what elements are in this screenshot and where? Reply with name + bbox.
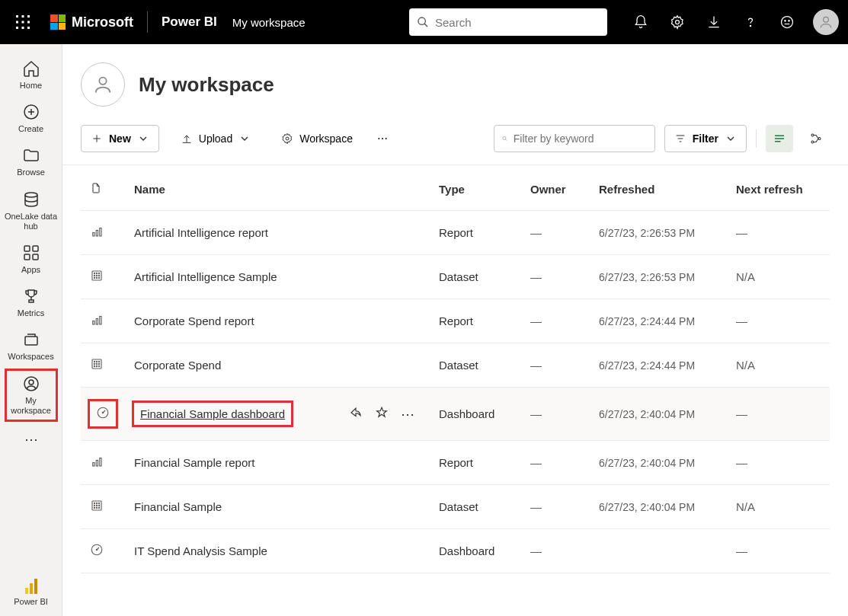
feedback-button[interactable] (772, 7, 802, 37)
filter-icon (674, 132, 686, 145)
svg-point-9 (418, 18, 425, 24)
table-row[interactable]: Financial SampleDataset—6/27/23, 2:40:04… (81, 485, 830, 529)
svg-point-78 (96, 549, 98, 551)
svg-point-58 (98, 363, 99, 364)
col-owner[interactable]: Owner (521, 165, 590, 211)
nav-workspaces[interactable]: Workspaces (5, 324, 58, 368)
download-button[interactable] (699, 7, 729, 37)
share-icon[interactable] (349, 406, 363, 420)
star-icon[interactable] (375, 406, 389, 420)
powerbi-icon (25, 579, 37, 594)
global-search-input[interactable] (435, 16, 600, 29)
svg-point-70 (98, 503, 99, 503)
notifications-button[interactable] (626, 7, 656, 37)
row-next-refresh: — (727, 211, 830, 255)
nav-powerbi-footer[interactable]: Power BI (5, 579, 58, 607)
workspace-title: My workspace (139, 73, 274, 97)
nav-more[interactable]: ⋯ (5, 422, 58, 457)
svg-point-61 (98, 365, 99, 366)
content-table: Name Type Owner Refreshed Next refresh A… (62, 165, 848, 616)
nav-browse[interactable]: Browse (5, 140, 58, 184)
toolbar-more-button[interactable]: ⋯ (374, 125, 391, 152)
list-icon (773, 132, 786, 145)
nav-apps[interactable]: Apps (5, 238, 58, 281)
row-name[interactable]: Artificial Intelligence Sample (125, 255, 430, 299)
microsoft-logo[interactable]: Microsoft (50, 14, 133, 30)
app-launcher-icon[interactable] (9, 8, 37, 36)
svg-point-43 (94, 275, 94, 276)
svg-point-45 (98, 275, 99, 276)
global-search[interactable] (409, 8, 607, 36)
svg-point-13 (782, 17, 793, 28)
row-next-refresh: N/A (727, 485, 830, 529)
row-name[interactable]: Financial Sample report (125, 441, 430, 485)
table-row[interactable]: Financial Sample reportReport—6/27/23, 2… (81, 441, 830, 485)
svg-rect-66 (100, 458, 101, 467)
svg-rect-36 (93, 233, 94, 237)
chevron-down-icon (725, 132, 737, 145)
help-button[interactable] (735, 7, 766, 37)
nav-my-workspace[interactable]: My workspace (5, 369, 58, 422)
row-refreshed (590, 529, 727, 573)
row-name[interactable]: IT Spend Analysis Sample (125, 529, 430, 573)
col-icon[interactable] (81, 165, 125, 211)
row-type: Dataset (430, 255, 521, 299)
lineage-view-button[interactable] (802, 125, 830, 152)
user-avatar[interactable] (813, 9, 839, 35)
nav-create[interactable]: Create (5, 97, 58, 140)
svg-rect-19 (24, 246, 30, 251)
person-circle-icon (22, 375, 40, 393)
table-row[interactable]: Artificial Intelligence reportReport—6/2… (81, 211, 830, 255)
row-owner: — (521, 529, 590, 573)
col-type[interactable]: Type (430, 165, 521, 211)
folder-icon (22, 146, 40, 164)
filter-keyword[interactable] (494, 125, 655, 152)
row-more-icon[interactable]: ⋯ (401, 406, 414, 423)
col-name[interactable]: Name (125, 165, 430, 211)
row-owner: — (521, 485, 590, 529)
table-row[interactable]: Financial Sample dashboard⋯Dashboard—6/2… (81, 388, 830, 441)
svg-point-15 (789, 21, 789, 21)
nav-metrics[interactable]: Metrics (5, 281, 58, 324)
table-row[interactable]: Artificial Intelligence SampleDataset—6/… (81, 255, 830, 299)
context-label: My workspace (232, 16, 306, 29)
filter-keyword-input[interactable] (514, 132, 647, 145)
upload-button[interactable]: Upload (171, 125, 260, 152)
row-name[interactable]: Financial Sample dashboard⋯ (125, 388, 430, 441)
row-name[interactable]: Artificial Intelligence report (125, 211, 430, 255)
svg-point-30 (286, 137, 289, 140)
plus-icon (91, 132, 103, 145)
row-type-icon (81, 388, 125, 441)
col-next-refresh[interactable]: Next refresh (727, 165, 830, 211)
workspaces-icon (22, 330, 40, 349)
list-view-button[interactable] (766, 125, 793, 152)
row-name[interactable]: Corporate Spend report (125, 299, 430, 343)
svg-rect-6 (16, 27, 18, 29)
table-row[interactable]: IT Spend Analysis SampleDashboard—— (81, 529, 830, 573)
nav-onelake[interactable]: OneLake data hub (5, 184, 58, 238)
svg-point-14 (785, 21, 786, 21)
col-refreshed[interactable]: Refreshed (590, 165, 727, 211)
svg-rect-22 (33, 254, 38, 260)
workspace-settings-button[interactable]: Workspace (272, 125, 362, 152)
row-next-refresh: — (727, 441, 830, 485)
svg-rect-38 (100, 228, 101, 237)
svg-rect-26 (25, 588, 28, 594)
row-name[interactable]: Corporate Spend (125, 343, 430, 388)
row-refreshed: 6/27/23, 2:24:44 PM (590, 343, 727, 388)
product-label[interactable]: Power BI (162, 14, 217, 30)
svg-point-71 (94, 505, 94, 506)
new-button[interactable]: New (81, 125, 159, 152)
table-row[interactable]: Corporate Spend reportReport—6/27/23, 2:… (81, 299, 830, 343)
svg-point-68 (94, 503, 94, 503)
svg-rect-37 (96, 231, 98, 237)
nav-home[interactable]: Home (5, 53, 58, 97)
row-next-refresh: N/A (727, 255, 830, 299)
row-name[interactable]: Financial Sample (125, 485, 430, 529)
settings-button[interactable] (662, 7, 693, 37)
svg-point-16 (824, 17, 829, 22)
table-row[interactable]: Corporate SpendDataset—6/27/23, 2:24:44 … (81, 343, 830, 388)
row-owner: — (521, 343, 590, 388)
row-owner: — (521, 211, 590, 255)
filter-button[interactable]: Filter (664, 125, 747, 152)
